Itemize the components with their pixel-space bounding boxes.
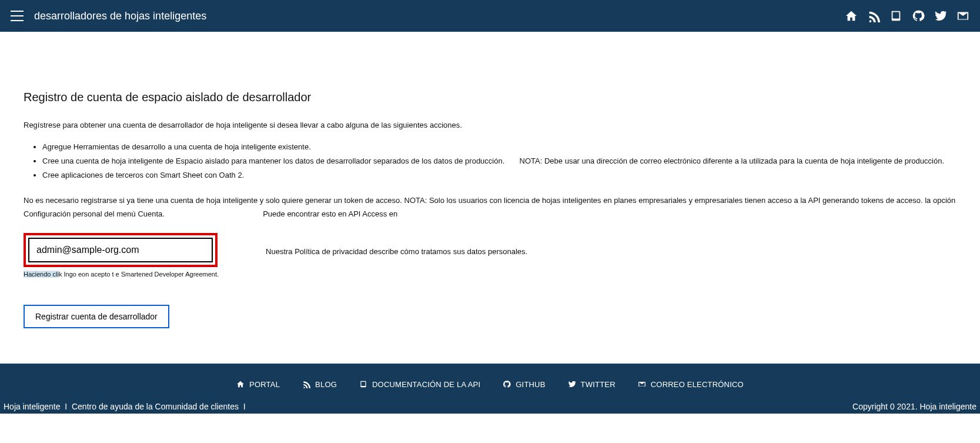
- email-highlight-box: [24, 233, 218, 267]
- email-icon[interactable]: [956, 9, 969, 22]
- footer-label: GITHUB: [516, 380, 545, 389]
- no-registration-text: No es necesario registrarse si ya tiene …: [24, 194, 956, 221]
- book-icon: [359, 380, 367, 388]
- footer-copyright: Copyright 0 2021. Hoja inteligente: [852, 402, 976, 411]
- bullet-list: Agregue Herramientas de desarrollo a una…: [42, 142, 956, 179]
- footer-label: CORREO ELECTRÓNICO: [651, 380, 744, 389]
- page-content: Registro de cuenta de espacio aislado de…: [0, 32, 980, 364]
- footer-label: TWITTER: [581, 380, 616, 389]
- agreement-highlight: Haciendo cli: [24, 271, 59, 278]
- rss-icon: [302, 380, 310, 388]
- footer-bottom: Hoja inteligente I Centro de ayuda de la…: [0, 399, 980, 414]
- list-item: Agregue Herramientas de desarrollo a una…: [42, 142, 956, 151]
- top-bar-left: desarrolladores de hojas inteligentes: [11, 10, 206, 22]
- email-icon: [638, 380, 646, 388]
- footer-legal-left: Hoja inteligente I Centro de ayuda de la…: [4, 402, 246, 411]
- footer: PORTAL BLOG DOCUMENTACIÓN DE LA API GITH…: [0, 364, 980, 414]
- agreement-rest: k Ingo eon acepto t e Smartened Develope…: [59, 271, 219, 278]
- footer-link-help[interactable]: Centro de ayuda de la Comunidad de clien…: [72, 402, 239, 411]
- footer-label: BLOG: [315, 380, 337, 389]
- footer-link-blog[interactable]: BLOG: [302, 380, 337, 389]
- home-icon[interactable]: [845, 9, 858, 22]
- top-bar: desarrolladores de hojas inteligentes: [0, 0, 980, 32]
- twitter-icon: [568, 380, 576, 388]
- agreement-text: Haciendo clik Ingo eon acepto t e Smarte…: [24, 271, 219, 278]
- list-item: Cree una cuenta de hoja inteligente de E…: [42, 156, 956, 165]
- menu-icon[interactable]: [11, 11, 24, 21]
- book-icon[interactable]: [889, 9, 902, 22]
- home-icon: [236, 380, 245, 388]
- action-row: Haciendo clik Ingo eon acepto t e Smarte…: [24, 233, 956, 278]
- bullet-note: NOTA: Debe usar una dirección de correo …: [520, 156, 944, 165]
- footer-link-email[interactable]: CORREO ELECTRÓNICO: [638, 380, 744, 389]
- footer-link-api-docs[interactable]: DOCUMENTACIÓN DE LA API: [359, 380, 480, 389]
- rss-icon[interactable]: [867, 9, 880, 22]
- site-title: desarrolladores de hojas inteligentes: [34, 10, 206, 22]
- twitter-icon[interactable]: [934, 9, 947, 22]
- footer-link-brand[interactable]: Hoja inteligente: [4, 402, 61, 411]
- footer-nav: PORTAL BLOG DOCUMENTACIÓN DE LA API GITH…: [0, 375, 980, 399]
- github-icon[interactable]: [912, 9, 925, 22]
- list-item: Cree aplicaciones de terceros con Smart …: [42, 171, 956, 179]
- no-reg-prefix: No es necesario registrarse si ya tiene …: [24, 196, 955, 218]
- email-field[interactable]: [36, 245, 205, 255]
- footer-link-portal[interactable]: PORTAL: [236, 380, 280, 389]
- intro-text: Regístrese para obtener una cuenta de de…: [24, 121, 956, 129]
- no-reg-suffix: Puede encontrar esto en API Access en: [263, 209, 397, 218]
- email-section: Haciendo clik Ingo eon acepto t e Smarte…: [24, 233, 219, 278]
- footer-link-twitter[interactable]: TWITTER: [568, 380, 616, 389]
- bullet-main: Cree una cuenta de hoja inteligente de E…: [42, 156, 504, 165]
- privacy-text: Nuestra Política de privacidad describe …: [266, 233, 527, 256]
- footer-label: PORTAL: [249, 380, 280, 389]
- github-icon: [503, 380, 511, 388]
- top-bar-icons: [845, 9, 969, 22]
- register-button[interactable]: Registrar cuenta de desarrollador: [24, 305, 169, 328]
- page-title: Registro de cuenta de espacio aislado de…: [24, 91, 956, 104]
- footer-label: DOCUMENTACIÓN DE LA API: [372, 380, 480, 389]
- email-field-wrapper[interactable]: [28, 238, 213, 262]
- footer-link-github[interactable]: GITHUB: [503, 380, 545, 389]
